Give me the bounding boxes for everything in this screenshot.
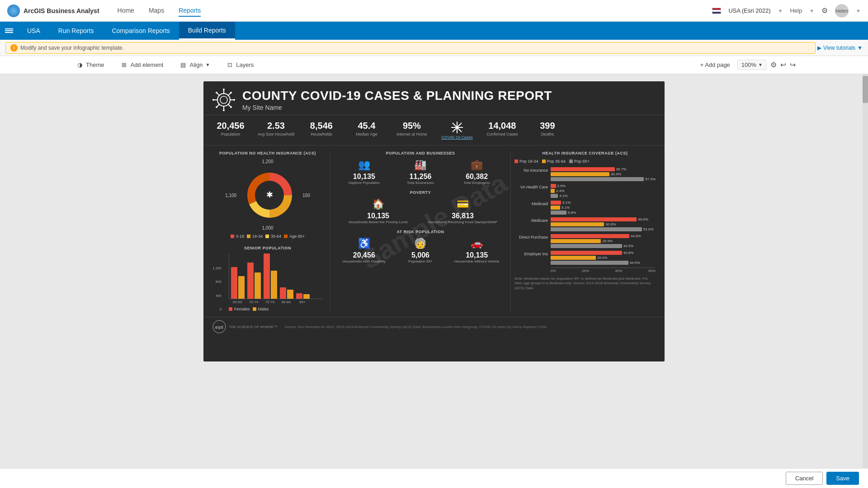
footer-source: Source: Esri forecasts for 2021; 2015-20… <box>284 325 656 329</box>
svg-point-12 <box>212 99 214 101</box>
no-vehicle-icon: 🚗 <box>450 238 503 249</box>
at-risk-65plus: 🧓 5,006 Population 65+ <box>394 238 447 263</box>
stat-deaths-value: 399 <box>540 121 555 131</box>
redo-button[interactable]: ↪ <box>790 61 796 69</box>
y-axis: 1,200 800 400 0 <box>212 266 223 311</box>
bar-no-insurance-0 <box>551 167 615 171</box>
zoom-dropdown-icon: ▼ <box>758 62 763 67</box>
dropdown-arrow-icon: ▼ <box>778 8 783 14</box>
employees-icon: 💼 <box>450 159 503 171</box>
bar-label-medicaid: Medicaid <box>514 201 551 206</box>
tab-build-reports[interactable]: Build Reports <box>179 22 235 40</box>
bar-wrap-employer-1: 26.0% <box>551 256 656 260</box>
bar-medicare-2 <box>551 227 642 231</box>
settings-tool-icon[interactable]: ⚙ <box>770 61 777 69</box>
bar-group-no-insurance: 36.7% 33.4% 57.3% <box>551 167 656 181</box>
bar-label-direct: Direct Purchase <box>514 234 551 239</box>
stat-covid-cases-label[interactable]: COVID-19 Cases <box>441 135 473 140</box>
user-avatar[interactable]: Helen <box>835 4 849 18</box>
add-page-button[interactable]: + Add page <box>697 60 734 70</box>
bar-va-1 <box>551 189 555 193</box>
donut-left-label: 1,100 <box>225 193 236 198</box>
theme-button[interactable]: ◑ Theme <box>72 60 108 70</box>
svg-text:esri: esri <box>215 325 223 330</box>
nav-maps[interactable]: Maps <box>149 5 164 17</box>
bar-employer-0 <box>551 251 622 255</box>
layers-icon: ⊡ <box>226 61 233 69</box>
legend-dot-female <box>229 307 232 311</box>
disability-icon: ♿ <box>338 238 391 249</box>
stat-confirmed-label: Confirmed Cases <box>486 132 518 136</box>
svg-text:✱: ✱ <box>266 190 273 199</box>
report-title-block: COUNTY COVID-19 CASES & PLANNING REPORT … <box>242 89 552 111</box>
tab-comparison-reports[interactable]: Comparison Reports <box>103 22 179 40</box>
dot-pop-19-34 <box>514 160 518 163</box>
bar-wrap-va-1: 2.4% <box>551 189 656 193</box>
bar-70-74-male <box>255 272 261 299</box>
legend-dot-0-18 <box>231 235 234 238</box>
settings-icon[interactable]: ⚙ <box>821 6 828 15</box>
nav-home[interactable]: Home <box>118 5 134 17</box>
bar-pct-medicaid-0: 6.1% <box>562 201 571 205</box>
layers-button[interactable]: ⊡ Layers <box>222 60 257 70</box>
hamburger-menu[interactable] <box>0 22 18 40</box>
pop-daytime: 👥 10,135 Daytime Population <box>338 159 391 185</box>
theme-icon: ◑ <box>76 61 83 69</box>
senior-title: SENIOR POPULATION <box>212 246 323 250</box>
bar-label-va: VA Health Care <box>514 184 551 189</box>
at-risk-grid: ♿ 20,456 Households With Disability 🧓 5,… <box>338 238 503 263</box>
bar-direct-0 <box>551 234 629 238</box>
at-risk-disability: ♿ 20,456 Households With Disability <box>338 238 391 263</box>
cancel-button[interactable]: Cancel <box>786 472 823 485</box>
legend-male: Males <box>253 307 269 311</box>
pop-grid: 👥 10,135 Daytime Population 🏭 11,256 Tot… <box>338 159 503 185</box>
pop-businesses-item: 🏭 11,256 Total Businesses <box>394 159 447 185</box>
bar-wrap-no-insurance-0: 36.7% <box>551 167 656 171</box>
elderly-label: Population 65+ <box>394 259 447 263</box>
tab-usa[interactable]: USA <box>18 22 49 40</box>
bar-wrap-no-insurance-1: 33.4% <box>551 172 656 176</box>
save-button[interactable]: Save <box>826 472 859 485</box>
donut-legend: 0-18 19-34 35-64 Age 65+ <box>212 234 323 239</box>
bar-85plus-male <box>303 294 310 299</box>
report-subtitle: My Site Name <box>242 104 552 111</box>
stat-households-label: Households <box>311 132 332 136</box>
svg-point-14 <box>216 92 217 94</box>
bar-pct-employer-2: 44.5% <box>630 261 640 265</box>
bar-wrap-direct-1: 28.9% <box>551 239 656 243</box>
poverty-households-value: 10,135 <box>338 212 419 220</box>
bar-label-medicare: Medicare <box>514 217 551 223</box>
no-vehicle-value: 10,135 <box>450 251 503 259</box>
nav-reports[interactable]: Reports <box>179 5 201 17</box>
businesses-value: 11,256 <box>394 173 447 181</box>
zoom-control[interactable]: 100% ▼ <box>737 60 767 70</box>
report-header: COUNTY COVID-19 CASES & PLANNING REPORT … <box>203 81 665 115</box>
info-message-bar: i Modify and save your infographic templ… <box>5 42 816 54</box>
help-link[interactable]: Help <box>790 7 802 14</box>
bar-medicaid-1 <box>551 206 560 210</box>
region-selector[interactable]: USA (Esri 2022) <box>728 7 770 14</box>
scroll-thumb[interactable] <box>863 76 868 103</box>
stats-row: 20,456 Population 2.53 Avg Size Househol… <box>203 115 665 145</box>
bar-row-employer: Employer Ins 40.8% 26.0% <box>514 251 656 265</box>
legend-dot-65plus <box>284 235 288 238</box>
report-footer: esri THE SCIENCE OF WHERE™ Source: Esri … <box>203 317 665 336</box>
add-element-button[interactable]: ⊞ Add element <box>117 60 167 70</box>
bar-wrap-employer-0: 40.8% <box>551 251 656 255</box>
align-button[interactable]: ▤ Align ▼ <box>176 60 213 70</box>
senior-chart: 1,200 800 400 0 <box>212 254 323 311</box>
stat-households-value: 8,546 <box>310 121 333 131</box>
scroll-bar[interactable] <box>863 74 868 468</box>
bar-75-79-female <box>264 253 270 299</box>
view-tutorials-button[interactable]: ▶ View tutorials ▼ <box>817 45 863 51</box>
info-icon: i <box>10 44 18 52</box>
tab-run-reports[interactable]: Run Reports <box>49 22 103 40</box>
at-risk-section: AT RISK POPULATION ♿ 20,456 Households W… <box>338 230 503 263</box>
info-toolbar: i Modify and save your infographic templ… <box>0 40 868 56</box>
bar-label-employer: Employer Ins <box>514 251 551 256</box>
stat-avg-size-value: 2.53 <box>267 121 285 131</box>
undo-button[interactable]: ↩ <box>780 61 786 69</box>
bar-wrap-va-2: 4.1% <box>551 194 656 198</box>
x-axis-labels: 65-69 70-74 75-79 80-84 85+ <box>229 300 323 304</box>
bar-wrap-medicaid-0: 6.1% <box>551 201 656 205</box>
